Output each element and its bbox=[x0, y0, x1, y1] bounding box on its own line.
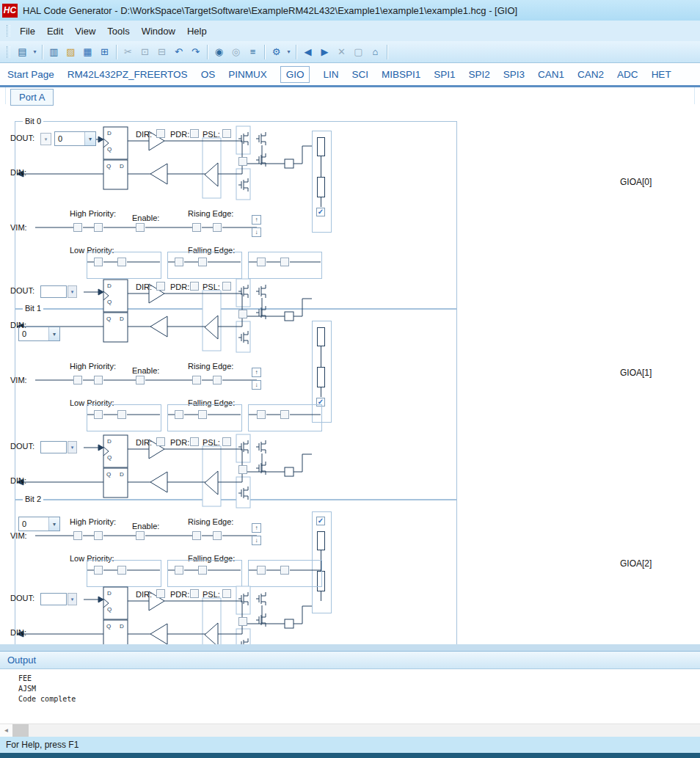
interrupt-option-checkbox[interactable] bbox=[280, 258, 289, 266]
low-priority-checkbox[interactable] bbox=[94, 258, 103, 266]
page-button[interactable]: ▢ bbox=[350, 43, 367, 60]
pdr-checkbox[interactable] bbox=[190, 282, 199, 291]
high-priority-checkbox[interactable] bbox=[94, 376, 103, 385]
pull-select-checkbox[interactable] bbox=[238, 617, 247, 626]
rising-edge-checkbox[interactable] bbox=[213, 531, 222, 540]
psl-checkbox[interactable] bbox=[222, 589, 231, 598]
tab-spi1[interactable]: SPI1 bbox=[434, 69, 455, 80]
rising-edge-checkbox[interactable] bbox=[192, 376, 201, 385]
dir-checkbox[interactable] bbox=[156, 282, 165, 291]
tab-os[interactable]: OS bbox=[201, 69, 216, 80]
falling-edge-checkbox[interactable] bbox=[198, 566, 207, 575]
high-priority-checkbox[interactable] bbox=[94, 223, 103, 232]
edge-up-icon[interactable]: ↑ bbox=[252, 368, 261, 377]
edge-down-icon[interactable]: ↓ bbox=[252, 227, 261, 237]
cut-button[interactable]: ✂ bbox=[120, 43, 136, 60]
menu-window[interactable]: Window bbox=[136, 23, 181, 40]
high-priority-checkbox[interactable] bbox=[73, 376, 82, 385]
tab-spi3[interactable]: SPI3 bbox=[503, 69, 525, 80]
tab-gio[interactable]: GIO bbox=[280, 66, 310, 83]
rising-edge-checkbox[interactable] bbox=[213, 223, 222, 232]
stop-button[interactable]: ✕ bbox=[333, 43, 350, 60]
tab-start-page[interactable]: Start Page bbox=[7, 69, 54, 80]
high-priority-checkbox[interactable] bbox=[73, 223, 82, 232]
menu-view[interactable]: View bbox=[69, 23, 101, 40]
open-button[interactable]: ▨ bbox=[62, 43, 79, 60]
enable-checkbox[interactable] bbox=[136, 531, 145, 540]
high-priority-checkbox[interactable] bbox=[94, 531, 103, 540]
home-button[interactable]: ⌂ bbox=[367, 43, 384, 60]
low-priority-checkbox[interactable] bbox=[94, 410, 103, 419]
dir-checkbox[interactable] bbox=[156, 129, 165, 138]
high-priority-checkbox[interactable] bbox=[73, 531, 82, 540]
enable-checkbox[interactable] bbox=[136, 223, 145, 232]
new-dropdown-button[interactable]: ▾ bbox=[31, 43, 39, 60]
pull-select-checkbox[interactable] bbox=[238, 465, 247, 474]
tab-pinmux[interactable]: PINMUX bbox=[228, 69, 267, 80]
dout-field-caret[interactable]: ▾ bbox=[68, 441, 77, 453]
tab-het[interactable]: HET bbox=[652, 69, 671, 80]
interrupt-option-checkbox[interactable] bbox=[280, 566, 289, 575]
bit-value-dropdown[interactable]: 0 ▾ bbox=[18, 517, 60, 531]
dropdown-caret-icon[interactable]: ▾ bbox=[48, 327, 59, 340]
interrupt-option-checkbox[interactable] bbox=[257, 410, 266, 419]
rising-edge-checkbox[interactable] bbox=[192, 223, 201, 232]
forward-button[interactable]: ▶ bbox=[316, 43, 333, 60]
menu-edit[interactable]: Edit bbox=[41, 23, 69, 40]
tab-spi2[interactable]: SPI2 bbox=[469, 69, 490, 80]
pull-select-checkbox[interactable] bbox=[238, 157, 247, 166]
falling-edge-checkbox[interactable] bbox=[175, 258, 183, 266]
undo-button[interactable]: ↶ bbox=[170, 43, 187, 60]
falling-edge-checkbox[interactable] bbox=[198, 410, 207, 419]
tab-mibspi1[interactable]: MIBSPI1 bbox=[382, 69, 420, 80]
scroll-left-button[interactable]: ◄ bbox=[0, 724, 12, 737]
dout-field-caret[interactable]: ▾ bbox=[68, 285, 77, 298]
dout-stub-combo[interactable]: ▾ bbox=[40, 133, 51, 145]
edge-up-icon[interactable]: ↑ bbox=[252, 215, 261, 225]
copy-button[interactable]: ⊡ bbox=[136, 43, 153, 60]
interrupt-option-checkbox[interactable] bbox=[280, 410, 289, 419]
tab-adc[interactable]: ADC bbox=[617, 69, 638, 80]
save-all-button[interactable]: ⊞ bbox=[96, 43, 113, 60]
output-list-button[interactable]: ≡ bbox=[244, 43, 261, 60]
menu-tools[interactable]: Tools bbox=[101, 23, 135, 40]
generate-dropdown-button[interactable]: ▾ bbox=[285, 43, 293, 60]
edge-down-icon[interactable]: ↓ bbox=[252, 380, 261, 390]
new-button[interactable]: ▤ bbox=[14, 43, 31, 60]
low-priority-checkbox[interactable] bbox=[117, 258, 126, 266]
port-a-tab[interactable]: Port A bbox=[10, 89, 54, 106]
edge-down-icon[interactable]: ↓ bbox=[252, 536, 261, 545]
rising-edge-checkbox[interactable] bbox=[213, 376, 222, 385]
pull-select-checkbox[interactable] bbox=[238, 310, 247, 318]
falling-edge-checkbox[interactable] bbox=[175, 566, 183, 575]
pane-splitter[interactable] bbox=[0, 644, 700, 651]
generate-code-button[interactable]: ⚙ bbox=[268, 43, 285, 60]
scroll-thumb[interactable] bbox=[12, 724, 29, 737]
redo-button[interactable]: ↷ bbox=[187, 43, 204, 60]
horizontal-scrollbar[interactable]: ◄ bbox=[0, 724, 700, 737]
back-button[interactable]: ◀ bbox=[299, 43, 316, 60]
paste-button[interactable]: ⊟ bbox=[153, 43, 170, 60]
low-priority-checkbox[interactable] bbox=[94, 566, 103, 575]
tab-lin[interactable]: LIN bbox=[323, 69, 338, 80]
low-priority-checkbox[interactable] bbox=[117, 566, 126, 575]
dir-checkbox[interactable] bbox=[156, 437, 165, 446]
psl-checkbox[interactable] bbox=[222, 129, 231, 138]
enable-checkbox[interactable] bbox=[136, 376, 145, 385]
interrupt-option-checkbox[interactable] bbox=[257, 258, 266, 266]
dropdown-caret-icon[interactable]: ▾ bbox=[84, 132, 95, 145]
dout-field-caret[interactable]: ▾ bbox=[68, 593, 77, 605]
edge-up-icon[interactable]: ↑ bbox=[252, 523, 261, 533]
falling-edge-checkbox[interactable] bbox=[175, 410, 183, 419]
menu-help[interactable]: Help bbox=[181, 23, 213, 40]
find-button[interactable]: ◉ bbox=[211, 43, 227, 60]
tab-can1[interactable]: CAN1 bbox=[538, 69, 564, 80]
rising-edge-checkbox[interactable] bbox=[192, 531, 201, 540]
tab-rm42l432pz-freertos[interactable]: RM42L432PZ_FREERTOS bbox=[68, 69, 188, 80]
bit-value-dropdown[interactable]: 0 ▾ bbox=[54, 131, 96, 146]
save-button[interactable]: ▦ bbox=[79, 43, 96, 60]
psl-checkbox[interactable] bbox=[222, 282, 231, 291]
dout-value-field[interactable] bbox=[40, 441, 67, 453]
tab-can2[interactable]: CAN2 bbox=[577, 69, 604, 80]
tab-sci[interactable]: SCI bbox=[351, 69, 368, 80]
